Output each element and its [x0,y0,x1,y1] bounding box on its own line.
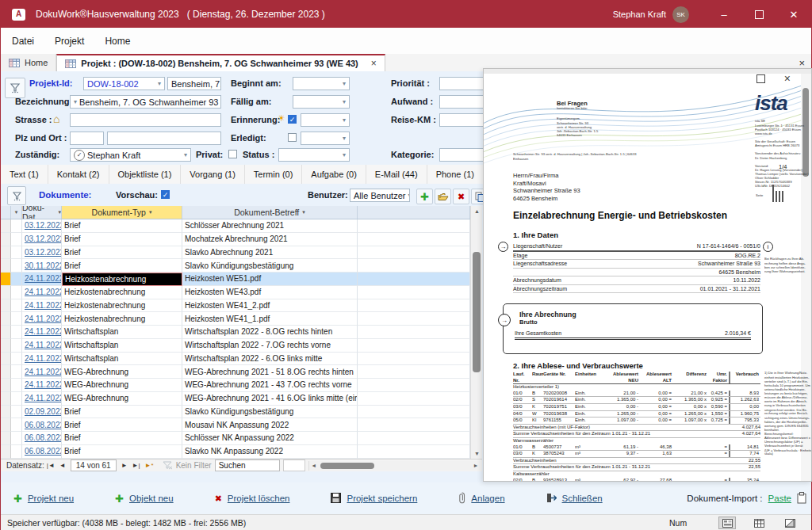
action-objekt-neu[interactable]: ✚Objekt neu [115,494,174,504]
cell-type[interactable]: Brief [62,445,182,459]
table-row[interactable]: 24.11.2022WirtschaftsplanWirtschaftsplan… [1,353,482,366]
scroll-thumb[interactable] [473,252,481,372]
cell-type[interactable]: WEG-Abrechnung [62,379,182,392]
maximize-button[interactable] [741,1,776,28]
action-anlagen[interactable]: Anlagen [458,492,504,505]
row-selector[interactable] [1,233,11,246]
col-header-date[interactable]: Doku-Dat▾ [22,206,62,219]
row-selector[interactable] [1,246,11,260]
row-selector[interactable] [1,299,11,313]
close-button[interactable]: ✕ [776,1,811,28]
cell-type[interactable]: Brief [62,219,182,233]
cell-date[interactable]: 06.08.2022 [22,432,62,445]
preview-close-icon[interactable]: × [784,75,791,82]
table-row[interactable]: 24.11.2022WEG-AbrechnungWEG-Abrechnung 2… [1,365,482,379]
table-row[interactable]: 24.11.2022HeizkostenabrechnungHeizkosten… [1,273,482,286]
table-row[interactable]: 06.08.2022BriefSchlösser NK Anpassung 20… [1,432,482,445]
last-record-button[interactable]: ►| [132,462,140,469]
table-row[interactable]: 24.11.2022HeizkostenabrechnungHeizkosten… [1,299,482,313]
cell-type[interactable]: Heizkostenabrechnung [62,312,182,326]
preview-maximize-icon[interactable] [756,74,765,83]
prev-record-button[interactable]: ◄ [59,462,66,469]
cell-date[interactable]: 24.11.2022 [22,339,62,353]
reise-km-field[interactable] [439,113,487,127]
action-projekt-l-schen[interactable]: ✖Projekt löschen [215,494,290,503]
kategorie-field[interactable] [439,148,487,162]
cell-subject[interactable]: WEG-Abrechnung 2021 - 43 7.OG rechts vor… [182,379,358,392]
row-selector[interactable] [1,445,11,459]
cell-type[interactable]: Brief [62,418,182,432]
cell-subject[interactable]: Slavko NK Anpassung 2022 [182,445,358,459]
row-selector[interactable] [1,418,11,432]
beginnt-am-combo[interactable]: ▾ [293,77,350,90]
zustaendig-combo[interactable]: ✓Stephan Kraft▾ [70,148,191,162]
table-vertical-scrollbar[interactable]: ▲ ▼ [470,206,482,459]
table-row[interactable]: 03.12.2022BriefSlavko Abrechnung 2021 [1,246,482,260]
section-tab[interactable]: Phone (1) [427,165,484,184]
row-selector[interactable] [1,286,11,299]
design-view-button[interactable] [781,517,799,529]
table-row[interactable]: 06.08.2022BriefSlavko NK Anpassung 2022 [1,445,482,459]
table-row[interactable]: 24.11.2022WirtschaftsplanWirtschaftsplan… [1,326,482,339]
cell-date[interactable]: 24.11.2022 [22,273,62,286]
cell-type[interactable]: WEG-Abrechnung [62,392,182,406]
add-document-button[interactable]: ✚ [416,189,433,204]
cell-type[interactable]: Brief [62,432,182,445]
cell-subject[interactable]: Schlösser Abrechnung 2021 [182,219,358,233]
table-row[interactable]: 03.12.2022BriefMochatzek Abrechnung 2021 [1,233,482,246]
next-record-button[interactable]: ► [121,462,128,469]
cell-date[interactable]: 03.12.2022 [22,246,62,260]
cell-type[interactable]: Wirtschaftsplan [62,353,182,366]
table-row[interactable]: 30.11.2022BriefSlavko Kündigungsbestätig… [1,259,482,273]
cell-date[interactable]: 02.09.2022 [22,406,62,419]
cell-date[interactable]: 24.11.2022 [22,312,62,326]
aufwand-field[interactable] [439,95,487,109]
table-row[interactable]: 06.08.2022BriefMousavi NK Anpassung 2022 [1,418,482,432]
cell-date[interactable]: 24.11.2022 [22,365,62,379]
row-selector[interactable] [1,339,11,353]
cell-date[interactable]: 24.11.2022 [22,392,62,406]
section-tab[interactable]: Termin (0) [245,165,303,184]
status-combo[interactable]: ▾ [278,148,350,162]
selector-header[interactable]: ▾ [11,206,22,219]
section-tab[interactable]: Aufgabe (0) [302,165,366,184]
cell-subject[interactable]: Mousavi NK Anpassung 2022 [182,418,358,432]
cell-subject[interactable]: Wirtschaftsplan 2022 - 7.OG rechts vorne [182,339,358,353]
user-name[interactable]: Stephan Kraft [613,10,666,19]
cell-type[interactable]: Wirtschaftsplan [62,339,182,353]
first-record-button[interactable]: |◄ [47,462,55,469]
action-projekt-neu[interactable]: ✚Projekt neu [13,494,74,504]
paste-link[interactable]: Paste [768,494,791,503]
cell-date[interactable]: 24.11.2022 [22,379,62,392]
filter-tool-button[interactable] [5,78,25,98]
cell-date[interactable]: 30.11.2022 [22,259,62,273]
cell-type[interactable]: Wirtschaftsplan [62,326,182,339]
cell-type[interactable]: Heizkostenabrechnung [62,286,182,299]
erinnerung-checkbox[interactable]: ✓ [288,115,297,124]
cell-date[interactable]: 03.12.2022 [22,233,62,246]
projekt-id-combo[interactable]: DOW-18-002▾ [83,77,165,90]
ort-field[interactable] [107,132,221,145]
corner-cell[interactable] [1,206,11,219]
tab-close-icon[interactable]: × [371,58,377,69]
row-selector[interactable] [1,365,11,379]
cell-type[interactable]: Heizkostenabrechnung [62,299,182,313]
cell-subject[interactable]: Heizkosten WE43.pdf [182,286,358,299]
section-tab[interactable]: Kontakt (2) [48,165,109,184]
erledigt-checkbox[interactable] [288,133,297,142]
reminder-bell-icon[interactable]: ☀ [278,114,285,123]
bezeichnung-combo[interactable]: ▾Bensheim, 7. OG Schwanheimer 93 (W▾ [70,95,221,109]
cell-type[interactable]: Brief [62,406,182,419]
strasse-field[interactable] [70,113,221,127]
table-row[interactable]: 24.11.2022WEG-AbrechnungWEG-Abrechnung 2… [1,392,482,406]
row-selector[interactable] [1,273,11,286]
row-selector[interactable] [1,379,11,392]
cell-type[interactable]: Brief [62,246,182,260]
cell-subject[interactable]: Slavko Kündigungsbestätigung [182,259,358,273]
pane-close-icon[interactable]: × [799,57,805,69]
benutzer-combo[interactable]: Alle Benutzer▾ [350,189,410,202]
cell-type[interactable]: Brief [62,233,182,246]
section-tab[interactable]: Text (1) [1,165,48,184]
row-selector[interactable] [1,312,11,326]
row-selector[interactable] [1,392,11,406]
